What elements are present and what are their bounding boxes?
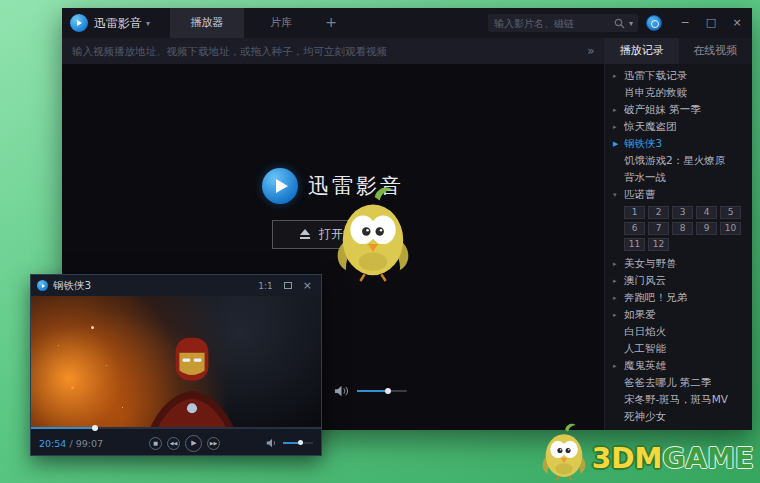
mini-close-button[interactable]: × — [300, 279, 315, 292]
volume-icon[interactable] — [266, 438, 278, 448]
chevron-right-icon: ▸ — [613, 362, 624, 370]
go-button[interactable]: » — [578, 44, 604, 58]
list-item[interactable]: 人工智能 — [605, 340, 752, 357]
iron-man-figure — [126, 310, 258, 429]
tab-library[interactable]: 片库 — [244, 8, 318, 38]
app-logo-icon — [37, 280, 48, 291]
mini-controls: 20:54 / 99:07 ■ ◀◀ ▶ ▶▶ — [31, 429, 321, 455]
chevron-right-icon: ▸ — [613, 123, 624, 131]
list-item-label: 爸爸去哪儿 第二季 — [624, 376, 711, 390]
list-item-label: 美女与野兽 — [624, 257, 677, 271]
app-logo-icon — [70, 14, 88, 32]
play-glyph-icon — [77, 20, 82, 26]
tab-play-history[interactable]: 播放记录 — [605, 38, 679, 64]
list-item[interactable]: ▸奔跑吧！兄弟 — [605, 289, 752, 306]
search-input[interactable] — [488, 18, 614, 29]
episode-grid: 1 2 3 4 5 6 7 8 9 10 11 12 — [605, 203, 752, 255]
app-menu-button[interactable]: 迅雷影音 ▾ — [94, 15, 150, 32]
mini-player-window: 钢铁侠3 1:1 × 20:54 / 99:07 ■ ◀◀ ▶ — [30, 274, 322, 456]
chevron-down-icon: ▾ — [146, 19, 150, 28]
url-input[interactable] — [62, 45, 578, 57]
list-item[interactable]: 肖申克的救赎 — [605, 84, 752, 101]
now-playing-icon: ▶ — [613, 140, 624, 148]
new-tab-button[interactable]: + — [318, 8, 344, 38]
episode-button[interactable]: 6 — [624, 222, 645, 235]
sidebar-tabs: 播放记录 在线视频 — [605, 38, 752, 64]
list-item-label: 肖申克的救赎 — [624, 86, 687, 100]
list-item-label: 背水一战 — [624, 171, 666, 185]
list-item-label: 死神少女 — [624, 410, 666, 424]
forward-button[interactable]: ▶▶ — [207, 437, 220, 450]
logo-game-text: GAME — [662, 442, 754, 475]
list-item-label: 澳门风云 — [624, 274, 666, 288]
list-item[interactable]: 爸爸去哪儿 第二季 — [605, 374, 752, 391]
brand-logo-icon — [262, 168, 298, 204]
list-item[interactable]: ▸美女与野兽 — [605, 255, 752, 272]
episode-button[interactable]: 8 — [672, 222, 693, 235]
address-bar: » — [62, 38, 604, 64]
mascot-bird-watermark — [331, 186, 415, 282]
list-item[interactable]: ▸澳门风云 — [605, 272, 752, 289]
list-item[interactable]: 背水一战 — [605, 169, 752, 186]
list-item[interactable]: ▸魔鬼英雄 — [605, 357, 752, 374]
episode-button[interactable]: 7 — [648, 222, 669, 235]
list-item[interactable]: ▸迅雷下载记录 — [605, 67, 752, 84]
maximize-button[interactable]: □ — [698, 8, 724, 38]
seek-knob — [92, 425, 98, 431]
account-icon[interactable] — [646, 15, 662, 31]
list-item-label: 迅雷下载记录 — [624, 69, 687, 83]
list-item-label: 魔鬼英雄 — [624, 359, 666, 373]
mini-window-title: 钢铁侠3 — [53, 279, 250, 293]
titlebar: 迅雷影音 ▾ 播放器 片库 + ▾ ─ □ × — [62, 8, 752, 38]
time-display: 20:54 / 99:07 — [39, 438, 103, 449]
tab-online-video[interactable]: 在线视频 — [679, 38, 753, 64]
list-item[interactable]: ▸如果爱 — [605, 306, 752, 323]
search-icon[interactable] — [614, 18, 625, 29]
list-item-label: 宋冬野-斑马，斑马MV — [624, 393, 728, 407]
list-item-label: 钢铁侠3 — [624, 137, 662, 151]
list-item[interactable]: 白日焰火 — [605, 323, 752, 340]
search-caret-icon[interactable]: ▾ — [629, 19, 633, 28]
desktop-background: 迅雷影音 ▾ 播放器 片库 + ▾ ─ □ × » — [0, 0, 760, 483]
seek-bar[interactable] — [31, 427, 321, 429]
chevron-right-icon: ▸ — [613, 277, 624, 285]
chevron-right-icon: ▸ — [613, 294, 624, 302]
chevron-down-icon: ▾ — [613, 191, 624, 199]
mini-stop-button[interactable]: ■ — [149, 437, 162, 450]
episode-button[interactable]: 11 — [624, 238, 645, 251]
list-item-label: 奔跑吧！兄弟 — [624, 291, 687, 305]
video-surface[interactable] — [31, 296, 321, 429]
volume-icon[interactable] — [334, 385, 349, 397]
episode-button[interactable]: 1 — [624, 206, 645, 219]
volume-slider[interactable] — [357, 390, 407, 392]
list-item-active[interactable]: ▶钢铁侠3 — [605, 135, 752, 152]
actual-size-button[interactable]: 1:1 — [255, 281, 275, 291]
list-item-expanded[interactable]: ▾匹诺曹 — [605, 186, 752, 203]
list-item[interactable]: ▸惊天魔盗团 — [605, 118, 752, 135]
list-item-label: 人工智能 — [624, 342, 666, 356]
episode-button[interactable]: 5 — [720, 206, 741, 219]
episode-button[interactable]: 4 — [696, 206, 717, 219]
episode-button[interactable]: 2 — [648, 206, 669, 219]
close-button[interactable]: × — [724, 8, 750, 38]
episode-button[interactable]: 12 — [648, 238, 669, 251]
mini-play-button[interactable]: ▶ — [185, 435, 202, 452]
search-box: ▾ — [488, 14, 638, 32]
list-item[interactable]: ▸破产姐妹 第一季 — [605, 101, 752, 118]
episode-button[interactable]: 10 — [720, 222, 741, 235]
tab-player[interactable]: 播放器 — [170, 8, 244, 38]
history-list: ▸迅雷下载记录 肖申克的救赎 ▸破产姐妹 第一季 ▸惊天魔盗团 ▶钢铁侠3 饥饿… — [605, 64, 752, 430]
rewind-button[interactable]: ◀◀ — [167, 437, 180, 450]
mini-volume-slider[interactable] — [283, 442, 313, 444]
play-glyph-icon — [276, 179, 288, 193]
list-item[interactable]: 宋冬野-斑马，斑马MV — [605, 391, 752, 408]
3dm-logo: 3DMGAME — [538, 423, 754, 481]
list-item-label: 如果爱 — [624, 308, 656, 322]
fullscreen-button[interactable] — [284, 282, 292, 289]
list-item-label: 惊天魔盗团 — [624, 120, 677, 134]
episode-button[interactable]: 3 — [672, 206, 693, 219]
play-glyph-icon — [42, 284, 45, 288]
list-item[interactable]: 饥饿游戏2：星火燎原 — [605, 152, 752, 169]
episode-button[interactable]: 9 — [696, 222, 717, 235]
minimize-button[interactable]: ─ — [672, 8, 698, 38]
